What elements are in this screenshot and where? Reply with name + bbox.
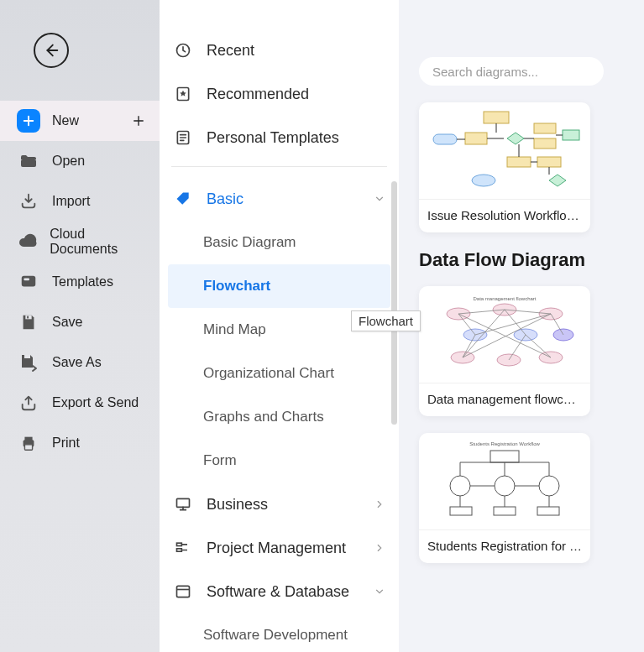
export-icon (17, 391, 40, 415)
svg-rect-23 (507, 157, 531, 167)
tooltip: Flowchart (351, 310, 421, 331)
category-basic[interactable]: Basic (168, 177, 390, 221)
template-thumbnail: Data management flowchart (419, 286, 590, 383)
search-input[interactable] (419, 57, 604, 86)
svg-rect-20 (534, 123, 556, 133)
import-icon (17, 190, 40, 213)
category-project-management[interactable]: Project Management (168, 526, 390, 570)
category-business[interactable]: Business (168, 482, 390, 526)
sidebar-list: New Open Import Cloud Documents (0, 101, 160, 463)
svg-rect-24 (537, 157, 561, 167)
svg-text:Students Registration Workflow: Students Registration Workflow (469, 441, 540, 446)
subcategory-flowchart[interactable]: Flowchart (168, 264, 390, 308)
svg-point-51 (450, 476, 470, 496)
category-label: Recommended (207, 86, 309, 103)
back-button-container (0, 0, 160, 101)
svg-rect-7 (24, 437, 32, 441)
svg-rect-14 (177, 549, 182, 551)
template-card-label: Data management flowchart (419, 383, 590, 416)
svg-rect-54 (450, 507, 472, 515)
svg-point-52 (495, 476, 515, 496)
svg-rect-55 (494, 507, 516, 515)
category-software-database[interactable]: Software & Database (168, 570, 390, 613)
save-as-icon (17, 351, 40, 374)
sidebar-item-export-send[interactable]: Export & Send (0, 383, 160, 423)
subcategory-form[interactable]: Form (168, 439, 390, 482)
sidebar-item-new[interactable]: New (0, 101, 160, 141)
plus-box-icon (17, 109, 40, 133)
arrow-left-icon (42, 41, 60, 60)
subcategory-software-development[interactable]: Software Development (168, 613, 390, 652)
sidebar-item-open[interactable]: Open (0, 141, 160, 181)
sidebar-item-save-as[interactable]: Save As (0, 342, 160, 383)
subcategory-label: Basic Diagram (203, 234, 296, 251)
svg-marker-19 (507, 133, 524, 144)
template-card-label: Issue Resolution Workflow ... (419, 200, 590, 232)
svg-rect-16 (484, 112, 509, 123)
subcategory-label: Software Development (203, 627, 348, 644)
svg-rect-18 (465, 133, 487, 144)
sidebar-item-save[interactable]: Save (0, 302, 160, 342)
subcategory-label: Organizational Chart (203, 365, 334, 382)
subcategory-organizational-chart[interactable]: Organizational Chart (168, 352, 390, 395)
svg-rect-5 (24, 355, 30, 358)
print-icon (17, 431, 40, 455)
svg-rect-17 (433, 134, 457, 144)
subcategory-graphs-and-charts[interactable]: Graphs and Charts (168, 395, 390, 439)
subcategory-label: Form (203, 452, 237, 469)
chevron-right-icon (374, 498, 385, 510)
file-menu-sidebar: New Open Import Cloud Documents (0, 0, 160, 652)
personal-templates-icon (173, 128, 193, 148)
back-button[interactable] (34, 33, 69, 68)
sidebar-item-label: Import (52, 194, 90, 209)
sidebar-item-templates[interactable]: Templates (0, 262, 160, 302)
divider (171, 166, 387, 167)
svg-text:Data management flowchart: Data management flowchart (473, 296, 536, 301)
svg-marker-25 (549, 175, 566, 186)
section-title: Data Flow Diagram (419, 249, 644, 271)
sidebar-item-label: New (52, 113, 79, 128)
category-label: Business (207, 496, 268, 514)
category-recommended[interactable]: Recommended (168, 72, 390, 116)
category-label: Basic (207, 190, 243, 208)
svg-rect-8 (24, 445, 32, 450)
svg-rect-13 (177, 543, 182, 545)
template-gallery: Issue Resolution Workflow ... Data Flow … (399, 0, 644, 652)
svg-rect-4 (27, 316, 29, 319)
subcategory-basic-diagram[interactable]: Basic Diagram (168, 221, 390, 264)
svg-rect-0 (21, 159, 36, 167)
clock-icon (173, 40, 193, 60)
template-card-label: Students Registration for T... (419, 530, 590, 563)
chevron-down-icon (374, 193, 385, 205)
chevron-right-icon (374, 542, 385, 554)
subcategory-label: Mind Map (203, 321, 266, 338)
template-card[interactable]: Students Registration Workflow Students … (419, 433, 590, 563)
presentation-icon (173, 494, 193, 514)
category-label: Recent (207, 42, 254, 60)
template-thumbnail (419, 102, 590, 200)
svg-rect-50 (490, 451, 519, 462)
sidebar-item-print[interactable]: Print (0, 423, 160, 463)
svg-rect-2 (24, 278, 29, 280)
sidebar-item-label: Save (52, 315, 82, 330)
plus-icon[interactable] (131, 113, 146, 128)
svg-line-47 (475, 314, 551, 335)
scrollbar-thumb[interactable] (391, 181, 397, 425)
sidebar-item-import[interactable]: Import (0, 181, 160, 222)
cloud-icon (17, 230, 38, 253)
template-card[interactable]: Data management flowchart (419, 286, 590, 416)
project-management-icon (173, 538, 193, 558)
template-card[interactable]: Issue Resolution Workflow ... (419, 102, 590, 232)
templates-icon (17, 270, 40, 294)
search-container (419, 57, 644, 86)
category-label: Software & Database (207, 583, 349, 601)
category-personal-templates[interactable]: Personal Templates (168, 116, 390, 159)
star-badge-icon (173, 84, 193, 104)
window-icon (173, 582, 193, 602)
svg-rect-56 (537, 507, 559, 515)
category-recent[interactable]: Recent (168, 29, 390, 72)
tooltip-text: Flowchart (359, 314, 413, 328)
svg-rect-22 (563, 130, 579, 140)
svg-line-40 (505, 310, 526, 335)
sidebar-item-cloud-documents[interactable]: Cloud Documents (0, 222, 160, 262)
